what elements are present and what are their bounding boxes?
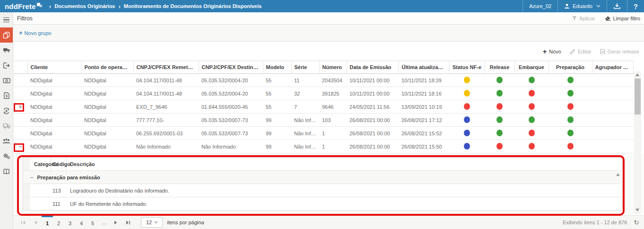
column-header-cliente[interactable]: Cliente	[27, 61, 81, 74]
first-page-button[interactable]	[17, 216, 29, 229]
scroll-up-arrow-icon[interactable]	[635, 73, 639, 76]
column-header-atualizacao[interactable]: Última atualização↓	[399, 61, 449, 74]
page-button-4[interactable]: 4	[76, 216, 87, 229]
sidebar-item-documents[interactable]	[0, 27, 13, 43]
status-nfe-dot	[464, 143, 470, 150]
column-header-agrupador[interactable]: Agrupador cliente	[592, 61, 634, 74]
filter-group-area: + Novo grupo	[13, 25, 644, 42]
app-logo[interactable]: nddFrete	[0, 2, 49, 10]
app-logo-mark-icon	[37, 3, 43, 9]
page-button-5[interactable]: 5	[87, 216, 98, 229]
sidebar-item-financial-exchange[interactable]: $	[0, 103, 13, 118]
detail-row[interactable]: 113 Logradouro do Destinatário não infor…	[23, 184, 622, 197]
status-nfe-dot	[464, 130, 470, 136]
plus-icon: +	[19, 29, 23, 36]
table-row[interactable]: NDDigitalNDDigital 777.777.10-05.035.532…	[13, 114, 634, 127]
detail-descricao: UF do Remetente não informado.	[67, 197, 622, 210]
detail-scroll-up-icon[interactable]	[616, 173, 620, 176]
column-header-numero[interactable]: Número	[319, 61, 347, 74]
edit-record-button[interactable]: Editar	[570, 49, 592, 54]
grid-vertical-scrollbar[interactable]	[634, 71, 641, 214]
help-button[interactable]: ?	[627, 0, 644, 12]
page-button-1[interactable]: 1	[42, 216, 53, 229]
page-button-3[interactable]: 3	[64, 216, 76, 229]
menu-icon	[3, 18, 9, 23]
user-menu[interactable]: Eduardo	[557, 0, 607, 12]
breadcrumb-item-documentos[interactable]: Documentos Originários	[54, 3, 115, 9]
sidebar-menu-toggle[interactable]	[0, 12, 13, 27]
top-header-bar: nddFrete › Documentos Originários › Moni…	[0, 0, 644, 12]
detail-codigo: 111	[51, 197, 67, 210]
detail-table: Categoria Código Descrição − Preparação …	[23, 157, 622, 211]
app-window: nddFrete › Documentos Originários › Moni…	[0, 0, 644, 229]
sidebar-item-export[interactable]	[0, 58, 13, 73]
release-dot	[496, 143, 503, 150]
user-name: Eduardo	[573, 3, 592, 9]
collapse-group-icon[interactable]: −	[30, 175, 33, 180]
book-icon	[3, 168, 10, 175]
detail-column-categoria: Categoria	[30, 158, 51, 170]
apply-filter-button[interactable]: Aplicar	[572, 16, 595, 21]
column-header-destinatario[interactable]: CNPJ/CPF/EX Destinatário	[199, 61, 263, 74]
first-page-icon	[21, 220, 26, 225]
detail-row[interactable]: 111 UF do Remetente não informado.	[23, 197, 622, 211]
row-expand-button[interactable]: +	[18, 104, 22, 110]
column-header-status-nfe[interactable]: Status NF-e	[449, 61, 485, 74]
column-header-embarque[interactable]: Embarque	[514, 61, 548, 74]
sidebar-item-settings[interactable]	[0, 149, 13, 164]
release-dot	[496, 90, 503, 97]
new-record-button[interactable]: + Novo	[543, 48, 561, 55]
scroll-down-arrow-icon[interactable]	[635, 209, 639, 211]
page-button-2[interactable]: 2	[53, 216, 64, 229]
status-nfe-dot	[464, 90, 470, 97]
truck-icon	[3, 47, 10, 53]
detail-column-codigo: Código	[51, 158, 67, 170]
embarque-dot	[529, 130, 535, 136]
chevron-down-icon	[596, 5, 600, 8]
money-exchange-icon: $	[3, 107, 10, 114]
embarque-dot	[529, 116, 535, 123]
refresh-icon[interactable]: ↻	[634, 219, 639, 226]
environment-label[interactable]: Azure_02	[522, 0, 557, 12]
grid-toolbar: + Novo Editar Gerar release	[13, 46, 639, 57]
column-header-modelo[interactable]: Modelo	[263, 61, 291, 74]
column-header-release[interactable]: Release	[485, 61, 514, 74]
preparacao-dot	[567, 130, 574, 136]
last-page-button[interactable]	[122, 216, 134, 229]
detail-codigo: 113	[51, 184, 67, 197]
status-nfe-dot	[464, 116, 470, 123]
detail-group-row[interactable]: − Preparação para emissão	[23, 171, 622, 184]
column-header-ponto[interactable]: Ponto de operação	[81, 61, 133, 74]
table-row[interactable]: NDDigitalNDDigital 06.255.692/0001-0305.…	[13, 127, 634, 140]
column-header-preparacao[interactable]: Preparação	[548, 61, 592, 74]
generate-release-button[interactable]: Gerar release	[600, 49, 639, 54]
row-collapse-button[interactable]: −	[18, 143, 22, 150]
column-header-serie[interactable]: Série	[291, 61, 319, 74]
breadcrumb: › Documentos Originários › Monitoramento…	[49, 3, 262, 10]
sidebar-item-delivery[interactable]	[0, 118, 13, 133]
table-row[interactable]: NDDigitalNDDigital 04.104.117/0011-4805.…	[13, 87, 634, 100]
sidebar-item-billing[interactable]: $	[0, 88, 13, 103]
sidebar-item-users[interactable]	[0, 133, 13, 149]
prev-page-button[interactable]	[29, 216, 42, 229]
new-group-button[interactable]: + Novo grupo	[19, 29, 51, 36]
sidebar-item-logbook[interactable]	[0, 164, 13, 179]
prev-page-icon	[34, 220, 37, 225]
status-nfe-dot	[464, 77, 470, 83]
download-button[interactable]	[607, 0, 627, 12]
release-dot	[496, 116, 503, 123]
clear-filter-button[interactable]: Limpar filtro	[605, 16, 640, 21]
scrollbar-thumb[interactable]	[635, 79, 641, 114]
table-row[interactable]: + NDDigitalNDDigital EXD_7_964601.844.55…	[13, 100, 634, 114]
sidebar-item-freight[interactable]	[0, 43, 13, 58]
next-page-button[interactable]	[110, 216, 122, 229]
embarque-dot	[529, 143, 535, 150]
sidebar-item-payments[interactable]	[0, 73, 13, 88]
svg-text:$: $	[6, 94, 8, 98]
table-row-expanded[interactable]: − NDDigitalNDDigital Não InformadoNão In…	[13, 140, 634, 153]
document-icon	[600, 49, 605, 54]
column-header-remetente[interactable]: CNPJ/CPF/EX Remetente	[133, 61, 199, 74]
column-header-emissao[interactable]: Data de Emissão	[347, 61, 399, 74]
page-size-select[interactable]: 12	[141, 217, 163, 228]
table-row[interactable]: NDDigitalNDDigital 04.104.117/0011-4805.…	[13, 74, 634, 87]
